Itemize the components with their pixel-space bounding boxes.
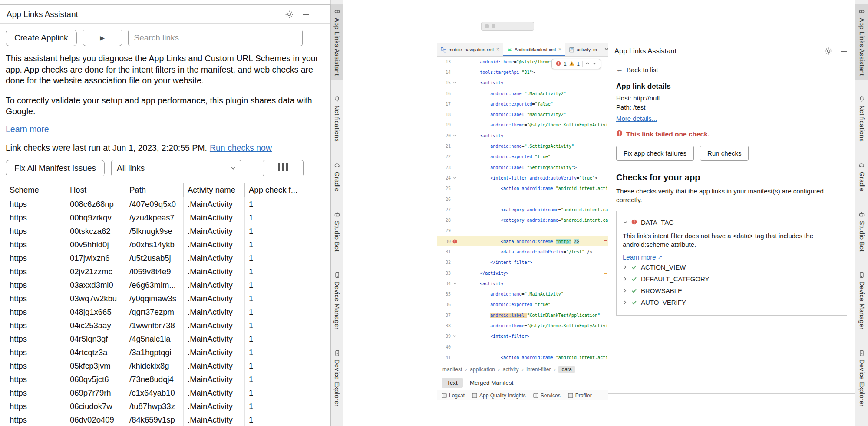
back-to-list-link[interactable]: ← Back to list [616,66,658,73]
fold-icon[interactable] [452,175,458,181]
tool-stripe-item-studio-bot[interactable]: Studio Bot [331,207,343,256]
line-number: 23 [446,165,451,170]
links-filter-dropdown[interactable]: All links [111,160,241,176]
check-row-browsable[interactable]: BROWSABLE [623,285,841,296]
learn-more-link[interactable]: Learn more ↗ [623,253,663,261]
check-name: BROWSABLE [641,287,682,294]
tool-stripe-item-app-links-assistant[interactable]: App Links Assistant [855,4,868,80]
table-row[interactable]: https06ciudok7w/tu87hwp33z.MainActivity1 [6,399,305,413]
gutter-slot [452,260,458,265]
table-row[interactable]: https02jv21zzmc/l059v8t4e9.MainActivity1 [6,265,305,278]
tool-stripe-item-app-links-assistant[interactable]: App Links Assistant [331,4,343,80]
tool-stripe-item-notifications[interactable]: Notifications [855,92,868,146]
breadcrumb-item-application[interactable]: application [470,366,495,373]
tool-stripe-item-device-manager[interactable]: Device Manager [331,268,343,333]
table-row[interactable]: https017jwlxzn6/u5t2usab5j.MainActivity1 [6,251,305,265]
device-manager-icon [334,272,340,278]
gear-icon[interactable] [284,10,294,19]
minimize-icon[interactable] [839,47,849,56]
tool-stripe-item-device-explorer[interactable]: Device Explorer [331,346,343,410]
column-header-host[interactable]: Host [66,183,125,197]
run-checks-button[interactable]: Run checks [700,146,749,161]
bottom-tab-text[interactable]: Text [442,378,463,388]
code-editor[interactable]: 1 1 13 android:theme="@style/Theme.Kotli… [437,57,608,363]
create-applink-button[interactable]: Create Applink [6,30,77,46]
column-header-app-check-f[interactable]: App check f... [245,183,305,197]
fold-icon[interactable] [452,333,458,339]
check-row-action-view[interactable]: ACTION_VIEW [623,261,841,273]
minimize-icon[interactable] [301,10,310,19]
next-issue-arrow-icon[interactable] [592,61,597,67]
close-icon[interactable]: × [558,47,561,53]
table-row[interactable]: https03wq7w2kbu/y0qqimaw3s.MainActivity1 [6,292,305,305]
table-row[interactable]: https00tskcza62/5lknugk9se.MainActivity1 [6,224,305,238]
run-button[interactable]: ▶ [83,30,122,46]
more-details-link[interactable]: More details... [616,115,657,122]
error-stripe-mark[interactable] [604,240,607,241]
column-header-path[interactable]: Path [125,183,184,197]
editor-tab-androidmanifest-xml[interactable]: AndroidManifest.xml× [503,43,565,56]
table-row[interactable]: https05kfcp3jvm/khidckix8g.MainActivity1 [6,359,305,373]
gear-icon[interactable] [824,47,833,56]
gutter: 15 [437,78,459,88]
breadcrumb-item-activity[interactable]: activity [503,366,519,373]
table-row[interactable]: https060qv5jct6/73ne8udqj4.MainActivity1 [6,373,305,386]
tool-bar-item-profiler[interactable]: Profiler [568,393,592,399]
fold-icon[interactable] [452,133,458,139]
tool-bar-item-app-quality-insights[interactable]: App Quality Insights [472,393,526,399]
error-count: 1 [564,61,566,67]
column-header-scheme[interactable]: Scheme [6,183,66,197]
stripe-label: Device Explorer [858,359,865,406]
close-icon[interactable]: × [496,47,499,53]
tool-stripe-item-device-explorer[interactable]: Device Explorer [855,346,868,410]
bottom-tab-merged-manifest[interactable]: Merged Manifest [465,378,519,388]
columns-filter-button[interactable] [263,160,304,176]
fix-all-manifest-issues-button[interactable]: Fix All Manifest Issues [6,160,105,176]
table-row[interactable]: https069p7r79rh/c1x64yab10.MainActivity1 [6,386,305,399]
warning-stripe-mark[interactable] [604,273,607,274]
table-row[interactable]: https04rtcqtz3a/3a1hgptqgi.MainActivity1 [6,346,305,359]
tool-stripe-item-notifications[interactable]: Notifications [331,92,343,146]
code-text: android:theme="@style/Theme.KotlinEmptyA… [459,123,608,127]
fold-icon[interactable] [452,281,458,286]
code-line: 37 android:label="KotlinBlankTestApplica… [437,310,608,320]
table-row[interactable]: https048jg1x665/qgrt37ezpm.MainActivity1 [6,305,305,319]
editor-tab-mobile-navigation-xml[interactable]: mobile_navigation.xml× [437,43,503,56]
learn-more-link[interactable]: Learn more [6,124,49,134]
right-panel-header: App Links Assistant [608,42,855,60]
tab-list-chevron-icon[interactable] [604,47,608,53]
table-cell: .MainActivity [184,373,245,386]
tool-stripe-item-studio-bot[interactable]: Studio Bot [855,207,868,256]
breadcrumb-item-manifest[interactable]: manifest [442,366,462,373]
tool-bar-item-services[interactable]: Services [533,393,561,399]
links-table-body: https008c6z68np/407e09q5x0.MainActivity1… [6,197,305,426]
check-row-default-category[interactable]: DEFAULT_CATEGORY [623,273,841,285]
table-row[interactable]: https04ic253aay/1wwnfbr738.MainActivity1 [6,319,305,332]
tool-stripe-item-gradle[interactable]: Gradle [331,158,343,196]
tool-stripe-item-device-manager[interactable]: Device Manager [855,268,868,333]
search-links-input[interactable] [128,30,303,46]
tool-bar-item-logcat[interactable]: Logcat [442,393,465,399]
table-row[interactable]: https00hq9zrkqv/yzu4kpeas7.MainActivity1 [6,211,305,224]
fold-icon[interactable] [452,80,458,86]
run-checks-now-link[interactable]: Run checks now [210,143,272,153]
table-row[interactable]: https06dv02o409/84k659v1sp.MainActivity1 [6,413,305,426]
column-header-activity-name[interactable]: Activity name [184,183,245,197]
breadcrumb-item-data[interactable]: data [558,366,574,373]
breadcrumb-item-intent-filter[interactable]: intent-filter [526,366,551,373]
link-failed-text: This link failed one check. [626,130,710,138]
fix-app-check-failures-button[interactable]: Fix app check failures [616,146,694,161]
table-row[interactable]: https008c6z68np/407e09q5x0.MainActivity1 [6,197,305,211]
tool-stripe-item-gradle[interactable]: Gradle [855,158,868,196]
check-row-auto-verify[interactable]: AUTO_VERIFY [623,296,841,308]
inspections-widget[interactable]: 1 1 [551,59,601,69]
table-row[interactable]: https04r5lqn3gf/4g5nalc1la.MainActivity1 [6,332,305,346]
table-row[interactable]: https00v5hhld0j/o0xhs14ykb.MainActivity1 [6,238,305,251]
gutter-slot [452,302,458,307]
prev-issue-arrow-icon[interactable] [585,61,590,67]
check-row-data-tag[interactable]: DATA_TAG [623,216,841,228]
editor-tab-activity-m[interactable]: activity_m [565,43,601,56]
table-row[interactable]: https03axxd3mi0/e6g63mim....MainActivity… [6,278,305,292]
code-text: <action android:name="android.intent.act… [459,186,608,191]
table-cell: .MainActivity [184,238,245,251]
